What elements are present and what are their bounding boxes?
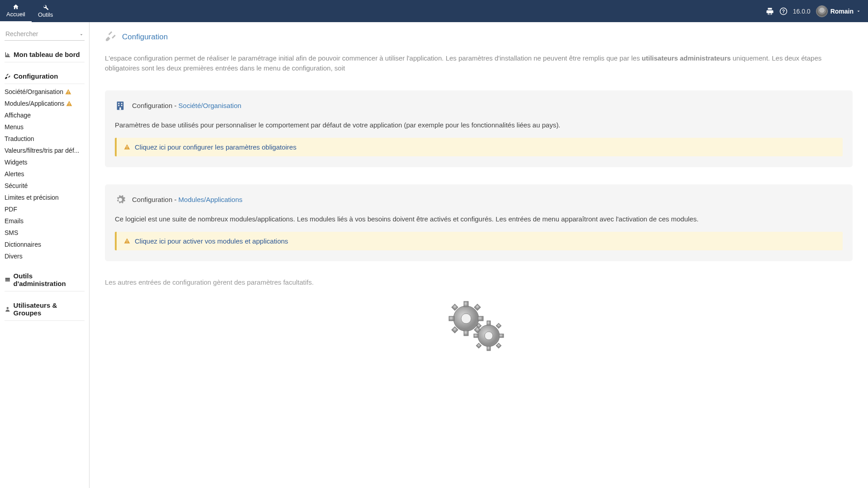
sidebar-config-item[interactable]: Menus — [5, 121, 85, 133]
sidebar-config-item[interactable]: Divers — [5, 250, 85, 262]
sidebar-config-item[interactable]: Société/Organisation — [5, 86, 85, 98]
svg-rect-10 — [118, 105, 119, 106]
search-input[interactable] — [5, 28, 85, 40]
version-label: 16.0.0 — [793, 8, 811, 15]
sidebar-config-item-label: Menus — [5, 123, 24, 131]
sidebar-config-item[interactable]: Dictionnaires — [5, 239, 85, 250]
card-company-title: Configuration - Société/Organisation — [132, 102, 241, 109]
sidebar-dashboard[interactable]: Mon tableau de bord — [5, 47, 85, 62]
svg-rect-3 — [68, 93, 68, 94]
card-company-body: Paramètres de base utilisés pour personn… — [115, 120, 843, 130]
card-modules-title: Configuration - Modules/Applications — [132, 196, 242, 203]
card-modules: Configuration - Modules/Applications Ce … — [105, 184, 853, 261]
sidebar-config-item[interactable]: Widgets — [5, 156, 85, 168]
sidebar-config-item-label: Divers — [5, 253, 23, 260]
list-icon — [5, 277, 11, 283]
nav-home[interactable]: Accueil — [0, 0, 32, 22]
home-icon — [12, 4, 19, 10]
sidebar-config-item-label: Sécurité — [5, 182, 28, 189]
card-company: Configuration - Société/Organisation Par… — [105, 90, 853, 167]
bar-chart-icon — [5, 52, 11, 58]
sidebar-config-item[interactable]: Alertes — [5, 168, 85, 180]
topbar-left: Accueil Outils — [0, 0, 59, 22]
warning-icon — [124, 238, 130, 244]
sidebar-config-item[interactable]: Sécurité — [5, 180, 85, 192]
outro-text: Les autres entrées de configuration gère… — [105, 278, 853, 286]
card-modules-header: Configuration - Modules/Applications — [115, 194, 843, 205]
sidebar-admin-tools[interactable]: Outils d'administration — [5, 268, 85, 291]
sidebar-config-list: Société/OrganisationModules/Applications… — [5, 86, 85, 262]
card-company-header: Configuration - Société/Organisation — [115, 100, 843, 111]
sidebar-config-item[interactable]: Modules/Applications — [5, 98, 85, 109]
svg-rect-11 — [121, 105, 123, 106]
user-icon — [5, 306, 11, 312]
svg-rect-21 — [464, 301, 468, 307]
page-title-text: Configuration — [122, 33, 168, 42]
gears-illustration — [105, 295, 853, 372]
gear-icon — [115, 194, 126, 205]
sidebar-config-item-label: Emails — [5, 217, 24, 225]
sidebar-config-item-label: Dictionnaires — [5, 241, 41, 248]
main-content: Configuration L'espace configuration per… — [90, 22, 868, 488]
page-title: Configuration — [105, 30, 853, 43]
sidebar-config-item-label: PDF — [5, 206, 17, 213]
svg-rect-23 — [449, 316, 454, 321]
sidebar-users-groups[interactable]: Utilisateurs & Groupes — [5, 298, 85, 321]
tools-icon — [5, 73, 11, 80]
sidebar-dashboard-label: Mon tableau de bord — [14, 51, 80, 58]
nav-tools-label: Outils — [38, 11, 53, 18]
alert-company-text: Cliquez ici pour configurer les paramètr… — [135, 143, 297, 151]
sidebar-configuration[interactable]: Configuration — [5, 69, 85, 84]
sidebar-config-item-label: Affichage — [5, 112, 31, 119]
building-icon — [115, 100, 126, 111]
tools-large-icon — [105, 30, 117, 43]
sidebar-config-item-label: Société/Organisation — [5, 88, 63, 95]
alert-activate-modules[interactable]: Cliquez ici pour activer vos modules et … — [115, 232, 843, 250]
svg-rect-30 — [487, 346, 491, 351]
user-name: Romain — [830, 8, 854, 15]
svg-rect-22 — [464, 330, 468, 336]
svg-point-6 — [7, 307, 9, 309]
help-icon[interactable]: ? — [779, 7, 788, 15]
card-modules-body: Ce logiciel est une suite de nombreux mo… — [115, 214, 843, 224]
search-field[interactable] — [5, 28, 85, 41]
svg-rect-4 — [69, 103, 70, 104]
caret-down-icon[interactable] — [79, 31, 84, 38]
chevron-down-icon — [856, 9, 861, 14]
print-icon[interactable] — [766, 7, 774, 15]
warning-icon — [124, 144, 130, 150]
svg-rect-24 — [478, 316, 483, 321]
nav-tools[interactable]: Outils — [32, 0, 59, 22]
svg-rect-15 — [127, 240, 127, 242]
warning-icon — [66, 100, 72, 107]
svg-rect-8 — [118, 103, 119, 104]
sidebar: Mon tableau de bord Configuration Sociét… — [0, 22, 90, 488]
user-menu[interactable]: Romain — [816, 5, 861, 17]
warning-icon — [65, 89, 71, 95]
wrench-icon — [42, 4, 49, 10]
svg-rect-36 — [476, 343, 481, 348]
sidebar-config-item-label: Traduction — [5, 135, 34, 142]
sidebar-config-item[interactable]: PDF — [5, 203, 85, 215]
sidebar-config-item-label: Alertes — [5, 170, 24, 178]
sidebar-configuration-label: Configuration — [14, 72, 58, 80]
svg-rect-5 — [69, 105, 70, 105]
topbar-right: ? 16.0.0 Romain — [766, 0, 868, 22]
svg-point-18 — [461, 314, 471, 324]
sidebar-admin-tools-label: Outils d'administration — [14, 272, 85, 287]
sidebar-config-item[interactable]: Affichage — [5, 109, 85, 121]
avatar — [816, 5, 828, 17]
svg-rect-16 — [127, 242, 127, 243]
topbar: Accueil Outils ? 16.0.0 Romain — [0, 0, 868, 22]
svg-text:?: ? — [782, 8, 785, 14]
sidebar-config-item[interactable]: Limites et précision — [5, 192, 85, 203]
intro-text: L'espace configuration permet de réalise… — [105, 53, 853, 73]
alert-configure-company[interactable]: Cliquez ici pour configurer les paramètr… — [115, 138, 843, 156]
sidebar-config-item[interactable]: Emails — [5, 215, 85, 227]
svg-rect-32 — [499, 334, 504, 338]
sidebar-config-item[interactable]: SMS — [5, 227, 85, 239]
sidebar-config-item[interactable]: Traduction — [5, 133, 85, 145]
svg-rect-12 — [119, 107, 121, 110]
sidebar-config-item-label: Modules/Applications — [5, 100, 64, 107]
sidebar-config-item[interactable]: Valeurs/filtres/tris par déf... — [5, 145, 85, 156]
